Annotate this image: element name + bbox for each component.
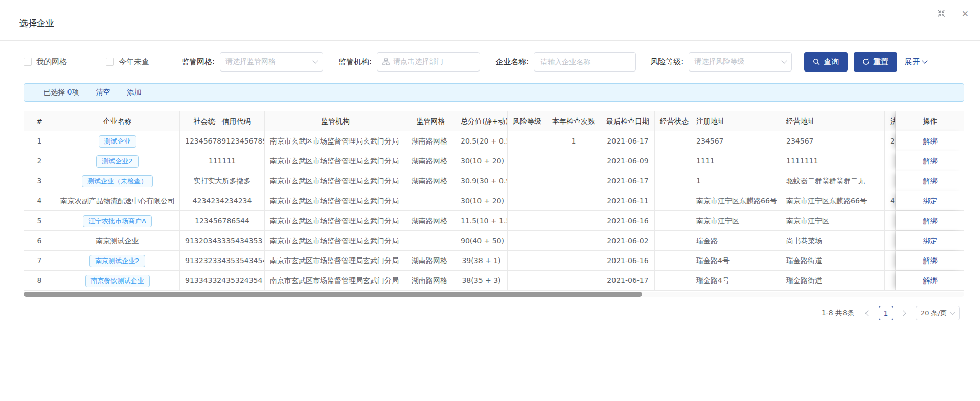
- clear-selection-link[interactable]: 清空: [96, 88, 110, 97]
- chevron-right-icon: [901, 310, 906, 316]
- selection-bar: 已选择 0项 清空 添加: [24, 83, 964, 102]
- cell-risk: [508, 131, 546, 151]
- search-icon: [813, 58, 820, 65]
- cell-status: [655, 211, 691, 230]
- table-header-row: #企业名称社会统一信用代码监管机构监管网格总分值(静+动)风险等级本年检查次数最…: [24, 111, 964, 131]
- dialog-title: 选择企业: [19, 17, 54, 29]
- cell-grid: 湖南路网格: [406, 171, 455, 191]
- table-row: 7南京测试企业2913232334353543454南京市玄武区市场监督管理局玄…: [24, 250, 964, 270]
- checkbox-box[interactable]: [24, 58, 32, 66]
- cell-score: 90(40 + 50): [455, 231, 508, 250]
- risk-select[interactable]: 请选择风险等级: [689, 52, 792, 72]
- checkbox-box[interactable]: [106, 58, 114, 66]
- name-filter-label: 企业名称:: [495, 57, 529, 67]
- action-link[interactable]: 解绑: [923, 137, 938, 145]
- cell-num: 2: [24, 151, 55, 171]
- checkbox-my-grid[interactable]: 我的网格: [24, 57, 67, 67]
- cell-lastdate: 2021-06-17: [601, 131, 655, 151]
- next-page-button[interactable]: [898, 306, 910, 320]
- cell-inspect: [546, 191, 601, 210]
- cell-bizaddr: 驱蚊器二群翁群翁群二无: [781, 171, 885, 191]
- cell-lastdate: 2021-06-17: [601, 171, 655, 191]
- table-body: 1测试企业123456789123456789南京市玄武区市场监督管理局玄武门分…: [24, 131, 964, 290]
- cell-bizaddr: 瑞金路街道: [781, 271, 885, 290]
- action-link[interactable]: 解绑: [923, 256, 938, 265]
- cell-inspect: [546, 251, 601, 270]
- action-link[interactable]: 绑定: [923, 197, 938, 205]
- cell-agency: 南京市玄武区市场监督管理局玄武门分局: [265, 131, 406, 151]
- action-link[interactable]: 解绑: [923, 217, 938, 225]
- enterprise-tag[interactable]: 南京餐饮测试企业: [85, 275, 150, 287]
- action-link[interactable]: 解绑: [923, 276, 938, 285]
- cell-grid: 湖南路网格: [406, 271, 455, 290]
- cell-agency: 南京市玄武区市场监督管理局玄武门分局: [265, 191, 406, 210]
- cell-grid: 湖南路网格: [406, 211, 455, 230]
- expand-toggle[interactable]: 展开: [904, 57, 927, 67]
- cell-inspect: 1: [546, 131, 601, 151]
- cell-bizaddr: 尚书巷菜场: [781, 231, 885, 250]
- cell-risk: [508, 231, 546, 250]
- prev-page-button[interactable]: [861, 306, 874, 320]
- pagination: 1-8 共8条 1 20 条/页: [0, 306, 960, 320]
- cell-num: 7: [24, 251, 55, 270]
- action-link[interactable]: 解绑: [923, 177, 938, 185]
- cell-agency: 南京市玄武区市场监督管理局玄武门分局: [265, 211, 406, 230]
- cell-regaddr: 南京市江宁区东麒路66号: [691, 191, 781, 210]
- cell-credit: 实打实大所多撒多: [180, 171, 265, 191]
- table-row: 3测试企业（未检查）实打实大所多撒多南京市玄武区市场监督管理局玄武门分局湖南路网…: [24, 171, 964, 191]
- pagination-total: 1-8 共8条: [822, 309, 854, 318]
- cell-grid: 湖南路网格: [406, 131, 455, 151]
- header-cell-score: 总分值(静+动): [455, 111, 508, 131]
- cell-action: 解绑: [896, 211, 964, 230]
- header-cell-bizaddr: 经营地址: [781, 111, 885, 131]
- table-row: 4南京农副产品物流配送中心有限公司4234234234234南京市玄武区市场监督…: [24, 191, 964, 210]
- cell-agency: 南京市玄武区市场监督管理局玄武门分局: [265, 251, 406, 270]
- close-icon[interactable]: ✕: [962, 10, 969, 18]
- cell-credit: 4234234234234: [180, 191, 265, 210]
- dialog-header: 选择企业 ✕: [0, 0, 980, 41]
- enterprise-tag[interactable]: 测试企业（未检查）: [82, 175, 153, 187]
- cell-risk: [508, 271, 546, 290]
- cell-inspect: [546, 151, 601, 171]
- enterprise-tag[interactable]: 测试企业: [99, 135, 136, 148]
- refresh-icon: [862, 58, 870, 65]
- enterprise-name-input[interactable]: [534, 52, 636, 72]
- cell-credit: 123456786544: [180, 211, 265, 230]
- enterprise-tag[interactable]: 测试企业2: [96, 155, 138, 168]
- checkbox-label: 今年未查: [119, 57, 149, 67]
- cell-action: 解绑: [896, 151, 964, 171]
- cell-status: [655, 191, 691, 210]
- header-cell-clipped: 法: [885, 111, 896, 131]
- action-link[interactable]: 解绑: [923, 157, 938, 165]
- cell-name: 南京农副产品物流配送中心有限公司: [55, 191, 180, 210]
- page-size-select[interactable]: 20 条/页: [916, 306, 960, 320]
- compress-icon[interactable]: [937, 9, 945, 19]
- org-icon: [382, 58, 390, 65]
- cell-name: 测试企业2: [55, 151, 180, 171]
- cell-bizaddr: 1111111: [781, 151, 885, 171]
- cell-inspect: [546, 231, 601, 250]
- cell-score: 30(10 + 20): [455, 151, 508, 171]
- header-cell-inspect: 本年检查次数: [546, 111, 601, 131]
- cell-status: [655, 131, 691, 151]
- selected-count-text: 已选择 0项: [43, 88, 79, 97]
- cell-credit: 111111: [180, 151, 265, 171]
- chevron-down-icon: [922, 58, 928, 63]
- agency-picker[interactable]: 请点击选择部门: [377, 52, 480, 72]
- horizontal-scrollbar-track[interactable]: [24, 292, 964, 297]
- horizontal-scrollbar-thumb[interactable]: [24, 292, 642, 297]
- checkbox-not-inspected[interactable]: 今年未查: [106, 57, 149, 67]
- enterprise-tag[interactable]: 南京测试企业2: [89, 255, 145, 267]
- query-button[interactable]: 查询: [804, 52, 848, 72]
- cell-score: 20.5(20 + 0.5): [455, 131, 508, 151]
- agency-filter-label: 监管机构:: [338, 57, 372, 67]
- grid-select[interactable]: 请选择监管网格: [220, 52, 323, 72]
- cell-score: 11.5(10 + 1.5): [455, 211, 508, 230]
- enterprise-tag[interactable]: 江宁农批市场商户A: [83, 215, 152, 227]
- reset-button[interactable]: 重置: [854, 52, 897, 72]
- add-selection-link[interactable]: 添加: [127, 88, 141, 97]
- page-number-button[interactable]: 1: [879, 306, 893, 320]
- action-link[interactable]: 绑定: [923, 237, 938, 245]
- cell-bizaddr: 234567: [781, 131, 885, 151]
- header-cell-risk: 风险等级: [508, 111, 546, 131]
